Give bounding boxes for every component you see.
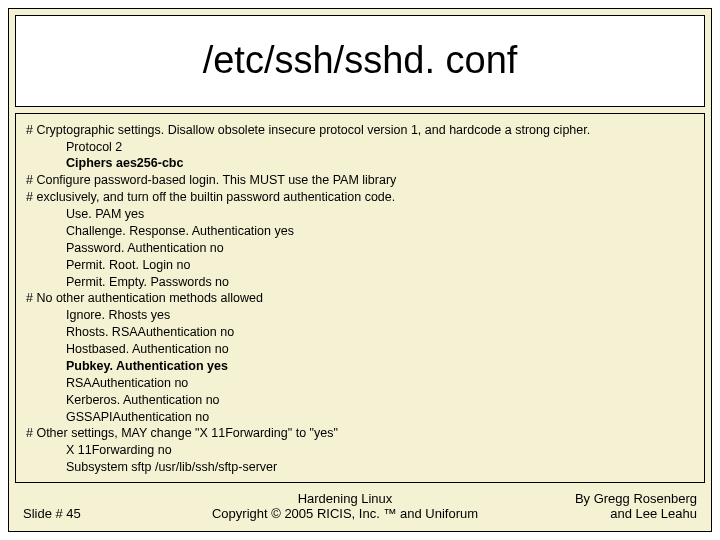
config-line: # Other settings, MAY change "X 11Forwar…	[26, 425, 694, 442]
config-line: Rhosts. RSAAuthentication no	[26, 324, 694, 341]
config-line: GSSAPIAuthentication no	[26, 409, 694, 426]
config-line: Use. PAM yes	[26, 206, 694, 223]
config-line: Ciphers aes256-cbc	[26, 155, 694, 172]
config-line: Password. Authentication no	[26, 240, 694, 257]
slide-title: /etc/ssh/sshd. conf	[203, 39, 518, 82]
footer-author-line2: and Lee Leahu	[557, 506, 697, 521]
config-line: Hostbased. Authentication no	[26, 341, 694, 358]
footer-author: By Gregg Rosenberg and Lee Leahu	[557, 491, 697, 521]
config-line: Permit. Empty. Passwords no	[26, 274, 694, 291]
footer-center-line1: Hardening Linux	[133, 491, 557, 506]
config-line: Ignore. Rhosts yes	[26, 307, 694, 324]
config-line: Permit. Root. Login no	[26, 257, 694, 274]
title-box: /etc/ssh/sshd. conf	[15, 15, 705, 107]
config-line: # exclusively, and turn off the builtin …	[26, 189, 694, 206]
config-line: Kerberos. Authentication no	[26, 392, 694, 409]
config-line: Protocol 2	[26, 139, 694, 156]
config-line: # Cryptographic settings. Disallow obsol…	[26, 122, 694, 139]
config-line: Challenge. Response. Authentication yes	[26, 223, 694, 240]
footer: Slide # 45 Hardening Linux Copyright © 2…	[9, 483, 711, 531]
slide-number: Slide # 45	[23, 506, 133, 521]
footer-center: Hardening Linux Copyright © 2005 RICIS, …	[133, 491, 557, 521]
config-line: Pubkey. Authentication yes	[26, 358, 694, 375]
content-box: # Cryptographic settings. Disallow obsol…	[15, 113, 705, 483]
config-line: # Configure password-based login. This M…	[26, 172, 694, 189]
config-line: X 11Forwarding no	[26, 442, 694, 459]
slide: /etc/ssh/sshd. conf # Cryptographic sett…	[8, 8, 712, 532]
footer-author-line1: By Gregg Rosenberg	[557, 491, 697, 506]
footer-center-line2: Copyright © 2005 RICIS, Inc. ™ and Unifo…	[133, 506, 557, 521]
config-line: RSAAuthentication no	[26, 375, 694, 392]
config-line: Subsystem sftp /usr/lib/ssh/sftp-server	[26, 459, 694, 476]
config-line: # No other authentication methods allowe…	[26, 290, 694, 307]
